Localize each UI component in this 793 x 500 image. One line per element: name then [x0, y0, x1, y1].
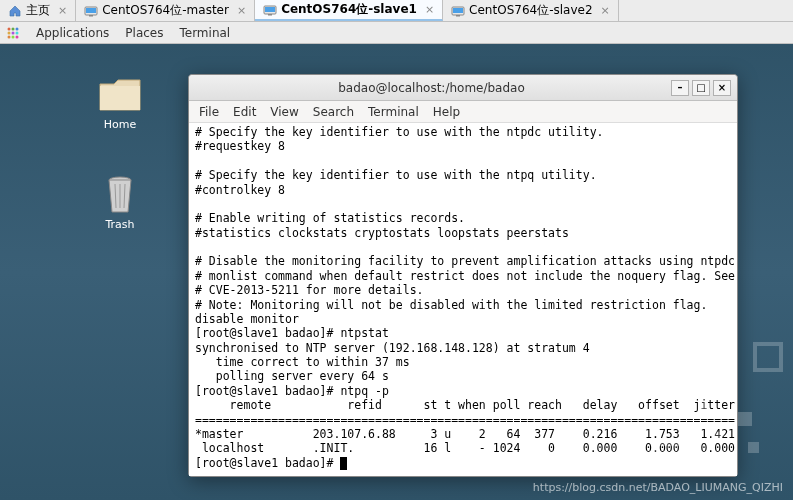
svg-point-14 [16, 31, 19, 34]
svg-point-12 [8, 31, 11, 34]
svg-rect-2 [89, 15, 93, 17]
tab-label: 主页 [26, 2, 50, 19]
window-title: badao@localhost:/home/badao [195, 81, 668, 95]
close-button[interactable]: × [713, 80, 731, 96]
activities-icon[interactable] [6, 26, 20, 40]
menu-applications[interactable]: Applications [36, 26, 109, 40]
svg-point-11 [16, 27, 19, 30]
menu-edit[interactable]: Edit [233, 105, 256, 119]
tab-home[interactable]: 主页 × [0, 0, 76, 21]
menu-view[interactable]: View [270, 105, 298, 119]
close-icon[interactable]: × [58, 4, 67, 17]
icon-label: Home [80, 118, 160, 131]
tab-master[interactable]: CentOS764位-master × [76, 0, 255, 21]
maximize-button[interactable]: □ [692, 80, 710, 96]
vm-icon [263, 3, 277, 17]
watermark-text: https://blog.csdn.net/BADAO_LIUMANG_QIZH… [533, 481, 783, 494]
terminal-cursor [340, 457, 347, 470]
tab-slave1[interactable]: CentOS764位-slave1 × [255, 0, 443, 21]
vm-icon [451, 4, 465, 18]
svg-point-15 [8, 35, 11, 38]
menu-terminal[interactable]: Terminal [368, 105, 419, 119]
minimize-button[interactable]: – [671, 80, 689, 96]
svg-point-16 [12, 35, 15, 38]
icon-label: Trash [80, 218, 160, 231]
folder-icon [96, 74, 144, 114]
svg-rect-7 [453, 8, 463, 13]
svg-point-13 [12, 31, 15, 34]
svg-rect-5 [268, 14, 272, 16]
desktop-icon-trash[interactable]: Trash [80, 174, 160, 231]
window-titlebar[interactable]: badao@localhost:/home/badao – □ × [189, 75, 737, 101]
vm-tab-bar: 主页 × CentOS764位-master × CentOS764位-slav… [0, 0, 793, 22]
tab-slave2[interactable]: CentOS764位-slave2 × [443, 0, 619, 21]
desktop[interactable]: Home Trash badao@localhost:/home/badao –… [0, 44, 793, 500]
tab-label: CentOS764位-slave1 [281, 1, 417, 18]
close-icon[interactable]: × [601, 4, 610, 17]
tab-label: CentOS764位-slave2 [469, 2, 592, 19]
terminal-menu-bar: File Edit View Search Terminal Help [189, 101, 737, 123]
svg-point-9 [8, 27, 11, 30]
home-icon [8, 4, 22, 18]
svg-rect-8 [456, 15, 460, 17]
svg-point-10 [12, 27, 15, 30]
menu-search[interactable]: Search [313, 105, 354, 119]
trash-icon [96, 174, 144, 214]
menu-places[interactable]: Places [125, 26, 163, 40]
menu-help[interactable]: Help [433, 105, 460, 119]
qr-watermark [653, 342, 783, 472]
tab-label: CentOS764位-master [102, 2, 229, 19]
svg-point-17 [16, 35, 19, 38]
vm-icon [84, 4, 98, 18]
svg-rect-4 [265, 7, 275, 12]
menu-file[interactable]: File [199, 105, 219, 119]
close-icon[interactable]: × [425, 3, 434, 16]
desktop-icon-home[interactable]: Home [80, 74, 160, 131]
gnome-menu-bar: Applications Places Terminal [0, 22, 793, 44]
close-icon[interactable]: × [237, 4, 246, 17]
svg-rect-1 [86, 8, 96, 13]
menu-terminal[interactable]: Terminal [179, 26, 230, 40]
